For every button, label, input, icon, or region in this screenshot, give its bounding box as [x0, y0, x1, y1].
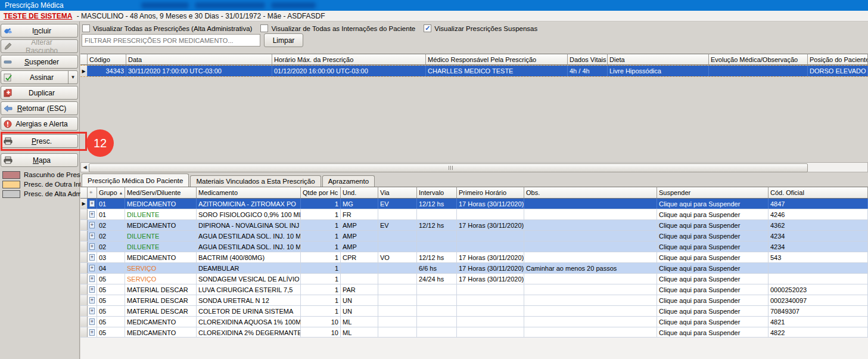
sidebar-button-alterar-rascunho[interactable]: Alterar Rascunho [1, 39, 78, 53]
suspender-cell[interactable]: Clique aqui para Suspender [657, 284, 769, 295]
item-row[interactable]: +02MEDICAMENTODIPIRONA - NOVALGINA SOL I… [80, 220, 868, 231]
expand-plus-icon[interactable]: + [89, 265, 95, 271]
tab-3[interactable]: Aprazamento [322, 175, 375, 187]
sidebar-button-suspender[interactable]: Suspender [1, 55, 78, 69]
item-row[interactable]: +04SERVIÇODEAMBULAR16/6 hs17 Horas (30/1… [80, 263, 868, 274]
tipo-cell: MEDICAMENTO [125, 220, 197, 230]
sidebar-button-incluir[interactable]: Incluir [1, 24, 78, 38]
expand-plus-icon[interactable]: + [89, 243, 95, 250]
sidebar-button-duplicar[interactable]: Duplicar [1, 86, 78, 100]
expand-plus-icon[interactable]: + [89, 329, 95, 336]
column-header[interactable]: Grupo▲ [97, 187, 125, 199]
item-row[interactable]: +05MEDICAMENTOCLOREXIDINA AQUOSA 1% 100M… [80, 317, 868, 327]
expander-cell[interactable]: + [88, 306, 97, 316]
view-filter-checkbox-1[interactable]: Visualizar Todas as Prescrições (Alta Ad… [82, 24, 252, 32]
expand-plus-icon[interactable]: + [89, 276, 95, 282]
prescription-row[interactable]: ▶3434330/11/2020 17:00:00 UTC-03:0001/12… [80, 65, 868, 77]
expand-plus-icon[interactable]: + [89, 222, 95, 228]
dropdown-arrow-icon[interactable]: ▼ [68, 71, 77, 83]
expander-cell[interactable]: + [88, 274, 97, 284]
sidebar: IncluirAlterar RascunhoSuspenderAssinar▼… [0, 21, 80, 359]
column-header[interactable]: Evolução Médica/Observação [709, 54, 808, 65]
suspender-cell[interactable]: Clique aqui para Suspender [657, 274, 769, 284]
sidebar-button-alergias[interactable]: Alergias e Alerta [1, 117, 78, 131]
column-header[interactable]: Und. [341, 187, 378, 199]
column-header[interactable]: Dados Vitais [568, 54, 608, 65]
column-header[interactable]: Data [126, 54, 272, 65]
suspender-cell[interactable]: Clique aqui para Suspender [657, 252, 769, 262]
suspender-cell[interactable]: Clique aqui para Suspender [657, 209, 769, 219]
column-header[interactable]: Cód. Oficial [769, 187, 868, 199]
item-row[interactable]: +05MATERIAL DESCARSONDA URETRAL N 121UNC… [80, 295, 868, 306]
tipo-cell: MEDICAMENTO [125, 252, 197, 262]
expander-cell[interactable]: + [88, 231, 97, 241]
column-header[interactable]: Código [88, 54, 126, 65]
expander-cell[interactable]: + [88, 284, 97, 295]
expand-plus-icon[interactable]: + [89, 233, 95, 239]
horizontal-scrollbar[interactable]: ◀ [80, 162, 868, 172]
expand-plus-icon[interactable]: + [89, 308, 95, 314]
tab-2[interactable]: Materiais Vinculados a Esta Prescrição [190, 175, 321, 187]
suspender-cell[interactable]: Clique aqui para Suspender [657, 242, 769, 252]
column-header[interactable]: Intervalo [417, 187, 457, 199]
expand-plus-icon[interactable]: + [89, 254, 95, 261]
item-row[interactable]: +05MATERIAL DESCARCOLETOR DE URINA SISTE… [80, 306, 868, 317]
column-header[interactable]: Primeiro Horário [457, 187, 524, 199]
item-row[interactable]: +02DILUENTEAGUA DESTILADA SOL. INJ. 10 M… [80, 242, 868, 252]
expander-cell[interactable]: + [88, 209, 97, 219]
scrollbar-thumb[interactable] [89, 163, 808, 172]
expander-cell[interactable]: + [88, 327, 97, 338]
item-row[interactable]: +05MATERIAL DESCARLUVA CIRURGICA ESTERIL… [80, 284, 868, 295]
expander-cell[interactable]: + [88, 252, 97, 262]
suspender-cell[interactable]: Clique aqui para Suspender [657, 263, 769, 273]
suspender-cell[interactable]: Clique aqui para Suspender [657, 199, 769, 209]
tab-1[interactable]: Prescrição Médica Do Paciente [82, 174, 189, 187]
expander-cell[interactable]: + [88, 263, 97, 273]
expander-cell[interactable]: + [88, 220, 97, 230]
checkbox-box[interactable] [82, 24, 90, 32]
medication-filter-input[interactable] [82, 34, 260, 47]
column-header[interactable]: Med/Serv/Diluente [125, 187, 197, 199]
sidebar-button-retornar[interactable]: Retornar (ESC) [1, 101, 78, 115]
expander-cell[interactable]: + [88, 295, 97, 305]
item-row[interactable]: ▶+01MEDICAMENTOAZITROMICINA - ZITROMAX P… [80, 199, 868, 209]
expander-cell[interactable]: + [88, 199, 97, 209]
column-header[interactable]: Via [378, 187, 417, 199]
sidebar-button-presc[interactable]: Presc. [1, 134, 78, 148]
checkbox-box[interactable] [260, 24, 268, 32]
column-header[interactable]: Medicamento [197, 187, 301, 199]
view-filter-checkbox-3[interactable]: ✓Visualizar Prescrições Suspensas [424, 24, 537, 32]
tipo-cell: MATERIAL DESCAR [125, 284, 197, 295]
expand-plus-icon[interactable]: + [89, 200, 95, 207]
checkbox-box[interactable]: ✓ [424, 24, 431, 32]
item-row[interactable]: +05SERVIÇOSONDAGEM VESICAL DE ALÍVIO124/… [80, 274, 868, 284]
suspender-cell[interactable]: Clique aqui para Suspender [657, 317, 769, 327]
cell: 34343 [88, 66, 126, 76]
suspender-cell[interactable]: Clique aqui para Suspender [657, 220, 769, 230]
expand-plus-icon[interactable]: + [89, 286, 95, 293]
clear-filter-button[interactable]: Limpar [264, 33, 303, 47]
expander-cell[interactable]: + [88, 317, 97, 327]
expand-plus-icon[interactable]: + [89, 211, 95, 218]
column-header[interactable]: Suspender [657, 187, 769, 199]
expander-cell[interactable]: + [88, 242, 97, 252]
suspender-cell[interactable]: Clique aqui para Suspender [657, 295, 769, 305]
item-row[interactable]: +03MEDICAMENTOBACTRIM (400/80MG)1CPRVO12… [80, 252, 868, 263]
suspender-cell[interactable]: Clique aqui para Suspender [657, 327, 769, 338]
item-row[interactable]: +02DILUENTEAGUA DESTILADA SOL. INJ. 10 M… [80, 231, 868, 242]
column-header[interactable]: Posição do Paciente [808, 54, 868, 65]
sidebar-button-mapa[interactable]: Mapa [1, 153, 78, 167]
view-filter-checkbox-2[interactable]: Visualizar de Todas as Internações do Pa… [260, 24, 415, 32]
suspender-cell[interactable]: Clique aqui para Suspender [657, 231, 769, 241]
expand-plus-icon[interactable]: + [89, 297, 95, 304]
sidebar-button-assinar[interactable]: Assinar▼ [1, 70, 78, 84]
column-header[interactable]: Dieta [608, 54, 709, 65]
column-header[interactable]: Horário Máx. da Prescrição [272, 54, 426, 65]
suspender-cell[interactable]: Clique aqui para Suspender [657, 306, 769, 316]
scroll-left-button[interactable]: ◀ [81, 163, 89, 172]
column-header[interactable]: Obs. [524, 187, 657, 199]
expand-plus-icon[interactable]: + [89, 318, 95, 325]
column-header[interactable]: Médico Responsável Pela Prescrição [426, 54, 568, 65]
item-row[interactable]: +01DILUENTESORO FISIOLOGICO 0,9% 100 ML1… [80, 209, 868, 220]
column-header[interactable]: Qtde por Hc [301, 187, 341, 199]
